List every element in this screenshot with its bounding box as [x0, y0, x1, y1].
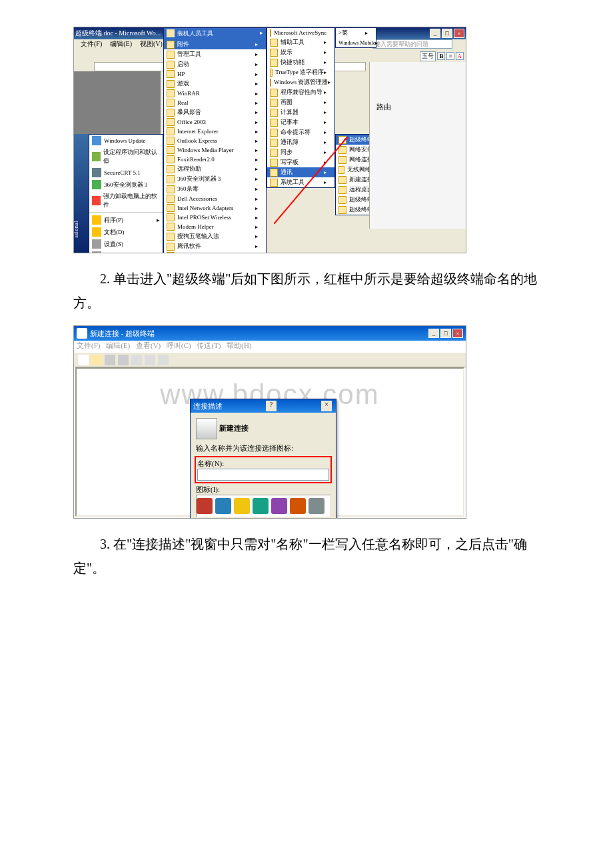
menu-item[interactable]: >菜▸: [336, 28, 376, 38]
menu-item[interactable]: Dell Accessories▸: [164, 194, 266, 203]
menu-item[interactable]: Intel Network Adapters▸: [164, 203, 266, 213]
menu-item[interactable]: Modem Helper▸: [164, 222, 266, 231]
menu-item[interactable]: 同步▸: [267, 147, 334, 157]
start-gradient: ssional: [74, 134, 89, 253]
maximize-button[interactable]: □: [442, 29, 452, 38]
close-button[interactable]: ×: [454, 29, 464, 38]
font-size-dropdown[interactable]: 五号: [420, 51, 436, 61]
menu-item[interactable]: 腾讯软件▸: [164, 241, 266, 251]
menu-item[interactable]: 程序兼容性向导▸: [267, 87, 334, 97]
close-button[interactable]: ×: [452, 329, 463, 338]
menu-item[interactable]: 辅助工具▸: [267, 37, 334, 47]
menu-item[interactable]: 帮助(H): [227, 341, 251, 349]
menu-item[interactable]: 呼叫(C): [167, 341, 191, 349]
menu-item[interactable]: 编辑(E): [106, 341, 130, 349]
ht-menubar: 文件(F) 编辑(E) 查看(V) 呼叫(C) 传送(T) 帮助(H): [74, 341, 466, 353]
maximize-button[interactable]: □: [440, 329, 451, 338]
start-programs[interactable]: 程序(P)▸: [89, 214, 163, 226]
menu-item[interactable]: 游戏▸: [164, 79, 266, 89]
start-item[interactable]: Windows Update: [89, 135, 163, 147]
menu-item[interactable]: Windows Media Player▸: [164, 145, 266, 155]
start-item[interactable]: 设定程序访问和默认值: [89, 147, 163, 167]
menu-item[interactable]: 360安全浏览器 3▸: [164, 174, 266, 184]
menu-item[interactable]: Office 2003▸: [164, 117, 266, 127]
menu-item[interactable]: 通讯簿▸: [267, 137, 334, 147]
icon-picker[interactable]: [196, 495, 330, 517]
align-button[interactable]: ≡: [446, 52, 454, 60]
menu-item[interactable]: 娱乐▸: [267, 47, 334, 57]
menu-item[interactable]: TrueType 造字程序▸: [267, 67, 334, 77]
menu-item[interactable]: 命令提示符▸: [267, 127, 334, 137]
open-icon[interactable]: [91, 354, 103, 366]
hangup-icon[interactable]: [117, 354, 129, 366]
start-item[interactable]: SecureCRT 5.1: [89, 167, 163, 179]
menu-item[interactable]: 暴风影音▸: [164, 107, 266, 117]
menu-item[interactable]: 远程协助▸: [164, 164, 266, 174]
menu-item[interactable]: 通讯▸: [267, 167, 334, 177]
prompt-text: 输入名称并为该连接选择图标:: [196, 443, 330, 453]
col1-header[interactable]: 装机人员工具▸: [164, 28, 266, 39]
help-button[interactable]: ?: [266, 401, 277, 411]
menu-item[interactable]: Windows 资源管理器▸: [267, 77, 334, 87]
menu-item[interactable]: 管理工具▸: [164, 49, 266, 59]
connection-dialog: 连接描述 ? × 新建连接 输入名称并为该连接选择图标: 名称(N): 图标(I…: [190, 399, 336, 519]
font-color-button[interactable]: A: [456, 52, 464, 60]
menu-item[interactable]: Real▸: [164, 98, 266, 107]
start-docs[interactable]: 文档(D): [89, 226, 163, 238]
conn-icon[interactable]: [215, 498, 231, 514]
start-search[interactable]: 搜索(C): [89, 250, 163, 253]
menu-item[interactable]: 查看(V): [136, 341, 161, 349]
menu-item[interactable]: Outlook Express▸: [164, 136, 266, 145]
conn-icon[interactable]: [290, 498, 306, 514]
conn-icon[interactable]: [271, 498, 287, 514]
menu-item[interactable]: 传送(T): [197, 341, 221, 349]
menu-item[interactable]: Windows Mobile▸: [336, 38, 376, 47]
call-icon[interactable]: [104, 354, 116, 366]
menu-item[interactable]: 画图▸: [267, 97, 334, 107]
programs-menu: 装机人员工具▸ 附件▸管理工具▸启动▸HP▸游戏▸WinRAR▸Real▸暴风影…: [163, 27, 267, 253]
menu-item[interactable]: 附件▸: [164, 39, 266, 49]
menu-item[interactable]: 360杀毒▸: [164, 184, 266, 194]
menu-item[interactable]: WinRAR▸: [164, 89, 266, 98]
col2-header[interactable]: Microsoft ActiveSync: [267, 28, 334, 37]
menu-file[interactable]: 文件(F): [77, 39, 106, 50]
menu-edit[interactable]: 编辑(E): [106, 39, 136, 50]
conn-icon[interactable]: [197, 498, 213, 514]
menu-item[interactable]: 搜狗五笔输入法▸: [164, 231, 266, 241]
menu-item[interactable]: Internet Explorer▸: [164, 127, 266, 136]
menu-item[interactable]: 系统工具▸: [267, 177, 334, 187]
start-item[interactable]: 360安全浏览器 3: [89, 179, 163, 191]
menu-item[interactable]: FoxitReader2.0▸: [164, 155, 266, 164]
menu-item[interactable]: 写字板▸: [267, 157, 334, 167]
menu-view[interactable]: 视图(V): [136, 39, 167, 50]
menu-item[interactable]: HP▸: [164, 69, 266, 79]
menu-item[interactable]: 文件(F): [77, 341, 100, 349]
help-search[interactable]: 键入需要帮助的问题: [372, 39, 452, 49]
close-button[interactable]: ×: [321, 401, 332, 411]
menu-item[interactable]: 快捷功能▸: [267, 57, 334, 67]
conn-icon[interactable]: [253, 498, 269, 514]
start-item[interactable]: 强力卸载电脑上的软件: [89, 191, 163, 211]
conn-icon[interactable]: [234, 498, 250, 514]
minimize-button[interactable]: _: [428, 329, 439, 338]
props-icon[interactable]: [157, 354, 169, 366]
dialog-subtitle: 新建连接: [219, 424, 249, 432]
conn-icon[interactable]: [308, 498, 324, 514]
menu-item[interactable]: 记事本▸: [267, 117, 334, 127]
name-label: 名称(N):: [197, 459, 329, 469]
receive-icon[interactable]: [144, 354, 156, 366]
menu-item[interactable]: Intel PROSet Wireless▸: [164, 213, 266, 222]
new-icon[interactable]: [77, 354, 89, 366]
start-settings[interactable]: 设置(S): [89, 238, 163, 250]
minimize-button[interactable]: _: [430, 29, 440, 38]
menu-item[interactable]: TOPSEC▸: [164, 251, 266, 253]
name-input[interactable]: [197, 469, 329, 481]
bold-button[interactable]: B: [437, 52, 445, 60]
send-icon[interactable]: [131, 354, 143, 366]
icon-label: 图标(I):: [196, 485, 330, 495]
dialog-titlebar: 连接描述 ? ×: [191, 399, 336, 413]
menu-item[interactable]: 计算器▸: [267, 107, 334, 117]
screenshot-hyperterminal: 新建连接 - 超级终端 _ □ × 文件(F) 编辑(E) 查看(V) 呼叫(C…: [73, 325, 466, 519]
menu-item[interactable]: 启动▸: [164, 59, 266, 69]
format-toolbar: 五号 B ≡ A: [419, 50, 464, 62]
